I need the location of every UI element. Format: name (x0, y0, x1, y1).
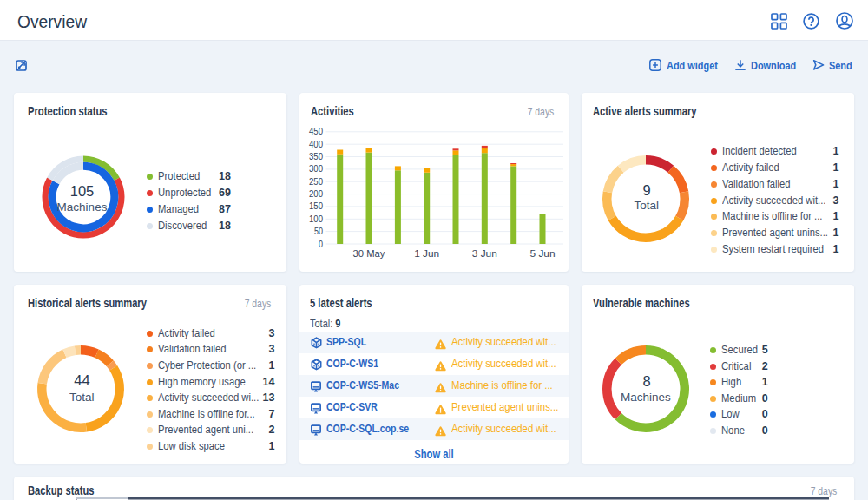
svg-text:100: 100 (309, 214, 323, 224)
svg-text:50: 50 (314, 226, 323, 236)
svg-text:5 Jun: 5 Jun (530, 248, 556, 259)
svg-text:300: 300 (309, 163, 323, 174)
svg-text:400: 400 (309, 139, 323, 149)
svg-text:450: 450 (309, 126, 323, 136)
svg-text:250: 250 (309, 176, 323, 187)
svg-text:150: 150 (309, 201, 323, 211)
svg-text:0: 0 (319, 239, 323, 249)
svg-text:200: 200 (309, 188, 323, 199)
svg-text:30 May: 30 May (353, 248, 386, 259)
svg-text:1 Jun: 1 Jun (414, 248, 439, 259)
svg-text:350: 350 (309, 151, 323, 161)
svg-text:3 Jun: 3 Jun (472, 248, 497, 259)
